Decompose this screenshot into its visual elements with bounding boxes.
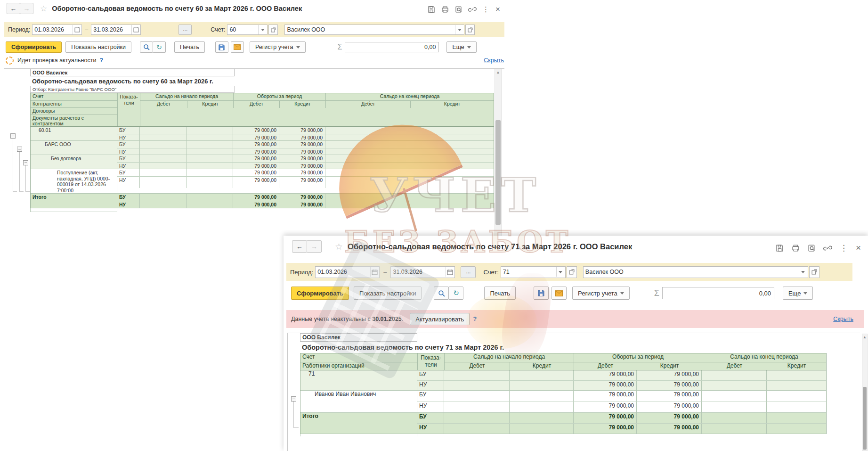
hide-link[interactable]: Скрыть bbox=[484, 57, 504, 64]
close-icon[interactable]: × bbox=[495, 5, 500, 14]
vertical-scrollbar[interactable]: ▲ bbox=[495, 69, 502, 238]
report-row: ИтогоБУ79 000,0079 000,00НУ79 000,0079 0… bbox=[300, 413, 826, 434]
show-settings-button[interactable]: Показать настройки bbox=[354, 287, 422, 300]
calendar-icon[interactable] bbox=[370, 267, 379, 277]
back-button[interactable]: ← bbox=[292, 240, 307, 253]
sigma-symbol: Σ bbox=[654, 288, 659, 298]
link-icon[interactable] bbox=[824, 244, 832, 252]
organization-choose-icon[interactable] bbox=[465, 25, 475, 35]
generate-button[interactable]: Сформировать bbox=[6, 41, 62, 53]
chevron-down-icon[interactable] bbox=[455, 25, 463, 34]
forward-button[interactable]: → bbox=[20, 3, 33, 14]
value-cell bbox=[410, 194, 494, 201]
refresh-search-button[interactable]: ↻ bbox=[153, 41, 166, 53]
period-from-input[interactable]: 01.03.2026 bbox=[315, 266, 380, 278]
preview-search-icon[interactable] bbox=[455, 6, 462, 13]
column-header: Кредит bbox=[510, 362, 574, 370]
calendar-icon[interactable] bbox=[73, 25, 81, 34]
scroll-up-icon[interactable]: ▲ bbox=[495, 70, 501, 74]
save-icon[interactable] bbox=[776, 244, 784, 252]
actualize-button[interactable]: Актуализировать bbox=[410, 313, 470, 325]
report-row: Поступление (акт, накладная, УПД) 0000-0… bbox=[31, 169, 494, 194]
value-cell bbox=[767, 402, 826, 412]
indicator-cell: НУ bbox=[417, 381, 444, 390]
favorite-star-icon[interactable]: ☆ bbox=[40, 4, 47, 14]
print-icon[interactable] bbox=[792, 244, 800, 252]
print-button[interactable]: Печать bbox=[484, 287, 516, 300]
register-button[interactable]: Регистр учета bbox=[250, 41, 306, 53]
more-button[interactable]: Еще bbox=[783, 287, 813, 300]
print-icon[interactable] bbox=[441, 6, 449, 13]
search-button[interactable] bbox=[140, 41, 153, 53]
save-icon[interactable] bbox=[428, 6, 435, 13]
scrollbar-thumb[interactable] bbox=[495, 120, 501, 225]
value-cell bbox=[410, 155, 494, 162]
report-row: Иванов Иван ИвановичБУ79 000,0079 000,00… bbox=[300, 391, 826, 413]
chevron-down-icon[interactable] bbox=[258, 25, 267, 34]
collapse-group-icon[interactable] bbox=[17, 147, 22, 152]
value-cell bbox=[410, 169, 494, 176]
help-icon[interactable]: ? bbox=[473, 316, 477, 322]
period-options-button[interactable]: ... bbox=[461, 266, 476, 278]
report-row: 71БУ79 000,0079 000,00НУ79 000,0079 000,… bbox=[300, 370, 826, 391]
value-cell: 79 000,00 bbox=[279, 194, 325, 201]
forward-button[interactable]: → bbox=[307, 240, 322, 253]
account-choose-icon[interactable] bbox=[268, 25, 278, 35]
favorite-star-icon[interactable]: ☆ bbox=[335, 241, 343, 252]
scroll-up-icon[interactable]: ▲ bbox=[862, 335, 867, 339]
account-choose-icon[interactable] bbox=[567, 266, 577, 278]
search-button[interactable] bbox=[434, 287, 449, 300]
back-button[interactable]: ← bbox=[7, 3, 20, 14]
organization-combo[interactable]: Василек ООО bbox=[583, 266, 808, 278]
link-icon[interactable] bbox=[469, 6, 476, 13]
collapse-group-icon[interactable] bbox=[291, 396, 296, 402]
collapse-group-icon[interactable] bbox=[10, 133, 16, 139]
calendar-icon[interactable] bbox=[446, 267, 454, 277]
value-cell bbox=[187, 127, 233, 134]
hide-link[interactable]: Скрыть bbox=[833, 316, 853, 322]
organization-choose-icon[interactable] bbox=[809, 266, 819, 278]
column-header: Дебет bbox=[234, 101, 280, 108]
more-menu-icon[interactable]: ⋮ bbox=[840, 243, 848, 253]
indicator-cell: БУ bbox=[117, 127, 140, 134]
more-menu-icon[interactable]: ⋮ bbox=[482, 5, 489, 14]
generate-button[interactable]: Сформировать bbox=[291, 287, 349, 300]
preview-search-icon[interactable] bbox=[808, 244, 816, 252]
vertical-scrollbar[interactable]: ▲ bbox=[862, 334, 868, 451]
more-button[interactable]: Еще bbox=[446, 41, 476, 53]
email-button[interactable] bbox=[231, 41, 244, 53]
print-button[interactable]: Печать bbox=[174, 41, 205, 53]
organization-combo[interactable]: Василек ООО bbox=[284, 25, 464, 35]
value-cell bbox=[767, 391, 826, 402]
sum-field[interactable]: 0,00 bbox=[662, 287, 774, 299]
period-to-input[interactable]: 31.03.2026 bbox=[91, 25, 141, 35]
scrollbar-thumb[interactable] bbox=[863, 387, 867, 450]
refresh-search-button[interactable]: ↻ bbox=[448, 287, 463, 300]
account-combo[interactable]: 71 bbox=[501, 266, 566, 278]
chevron-down-icon[interactable] bbox=[799, 267, 807, 277]
save-report-button[interactable] bbox=[215, 41, 228, 53]
table-header: Счет Контрагенты Договоры Документы расч… bbox=[30, 93, 494, 127]
save-report-button[interactable] bbox=[534, 287, 549, 300]
register-button[interactable]: Регистр учета bbox=[572, 287, 630, 300]
period-from-input[interactable]: 01.03.2026 bbox=[32, 25, 82, 35]
show-settings-button[interactable]: Показать настройки bbox=[65, 41, 131, 53]
indicator-cell: НУ bbox=[417, 402, 444, 412]
sum-field[interactable]: 0,00 bbox=[345, 42, 439, 52]
account-combo[interactable]: 60 bbox=[227, 25, 268, 35]
email-button[interactable] bbox=[552, 287, 567, 300]
report-row: БАРС ОООБУ79 000,0079 000,00НУ79 000,007… bbox=[31, 141, 494, 155]
collapse-group-icon[interactable] bbox=[23, 160, 28, 165]
close-icon[interactable]: × bbox=[856, 243, 861, 253]
period-options-button[interactable]: ... bbox=[178, 25, 192, 35]
value-cell: 79 000,00 bbox=[279, 134, 325, 141]
value-cell: 79 000,00 bbox=[574, 391, 637, 402]
period-to-input[interactable]: 31.03.2026 bbox=[390, 266, 455, 278]
chevron-down-icon[interactable] bbox=[556, 267, 565, 277]
column-header: Контрагенты bbox=[31, 100, 117, 107]
report-title: Оборотно-сальдовая ведомость по счету 71… bbox=[300, 342, 827, 353]
value-cell: 79 000,00 bbox=[279, 163, 325, 169]
value-cell bbox=[325, 177, 410, 188]
help-icon[interactable]: ? bbox=[99, 57, 103, 64]
calendar-icon[interactable] bbox=[131, 25, 140, 34]
